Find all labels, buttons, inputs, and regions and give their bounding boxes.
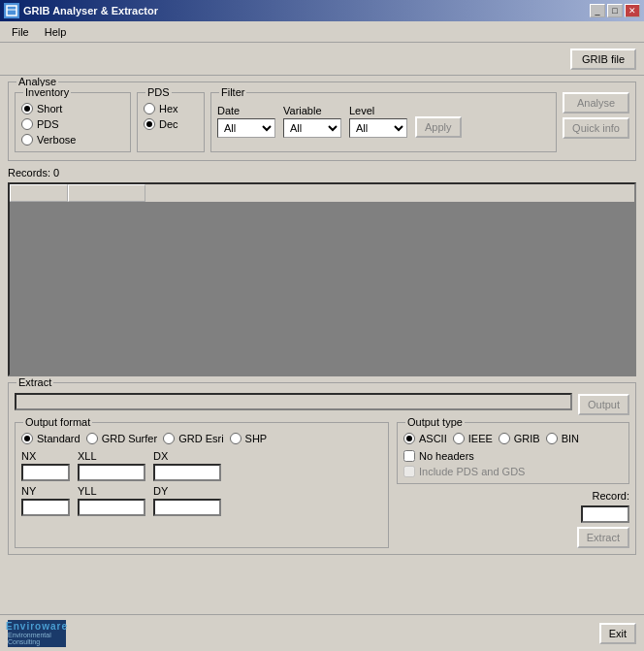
dx-input[interactable] xyxy=(153,464,221,481)
grd-surfer-label: GRD Surfer xyxy=(102,433,157,444)
bin-radio-item[interactable]: BIN xyxy=(546,433,579,444)
analyse-button[interactable]: Analyse xyxy=(563,92,629,114)
pds-radio[interactable] xyxy=(21,118,33,130)
standard-radio[interactable] xyxy=(21,433,33,444)
standard-radio-item[interactable]: Standard xyxy=(21,433,80,444)
xll-input[interactable] xyxy=(78,464,145,481)
include-pds-gds-label: Include PDS and GDS xyxy=(419,466,525,477)
shp-radio-item[interactable]: SHP xyxy=(230,433,268,444)
dy-field-col: DY xyxy=(153,485,221,516)
inventory-group-label: Inventory xyxy=(23,86,71,98)
filter-date-col: Date All xyxy=(217,105,275,138)
hex-label: Hex xyxy=(159,103,178,114)
logo-text: Enviroware xyxy=(6,621,68,632)
short-radio[interactable] xyxy=(21,103,33,114)
yll-label: YLL xyxy=(78,485,145,497)
ny-input[interactable] xyxy=(21,499,70,516)
grib-radio[interactable] xyxy=(499,433,510,444)
output-format-label: Output format xyxy=(23,416,92,428)
nx-input[interactable] xyxy=(21,464,70,481)
analyse-buttons: Analyse Quick info xyxy=(563,92,629,152)
shp-label: SHP xyxy=(245,433,268,444)
pds-radios: Hex Dec xyxy=(144,103,198,130)
apply-button[interactable]: Apply xyxy=(415,116,462,138)
nx-field-col: NX xyxy=(21,450,70,481)
dec-label: Dec xyxy=(159,118,178,130)
inventory-radios: Short PDS Verbose xyxy=(21,103,124,146)
grib-label: GRIB xyxy=(514,433,540,444)
short-radio-item[interactable]: Short xyxy=(21,103,124,114)
standard-label: Standard xyxy=(37,433,80,444)
filter-variable-select[interactable]: All xyxy=(283,118,341,138)
records-header xyxy=(10,184,634,203)
yll-input[interactable] xyxy=(78,499,145,516)
output-format-group: Output format Standard GRD Surfer GRD Es… xyxy=(15,422,389,548)
grd-esri-label: GRD Esri xyxy=(178,433,223,444)
filter-level-select[interactable]: All xyxy=(349,118,407,138)
no-headers-checkbox-item[interactable]: No headers xyxy=(403,450,623,462)
filter-date-select[interactable]: All xyxy=(217,118,275,138)
type-radios: ASCII IEEE GRIB BIN xyxy=(403,433,623,444)
record-label: Record: xyxy=(592,490,629,502)
quick-info-button[interactable]: Quick info xyxy=(563,117,629,139)
maximize-button[interactable]: □ xyxy=(607,4,623,17)
field-group-top: NX XLL DX xyxy=(21,450,382,481)
grib-radio-item[interactable]: GRIB xyxy=(499,433,540,444)
shp-radio[interactable] xyxy=(230,433,242,444)
include-pds-gds-checkbox-item[interactable]: Include PDS and GDS xyxy=(403,466,623,477)
dec-radio-item[interactable]: Dec xyxy=(144,118,198,130)
record-input[interactable] xyxy=(581,505,629,523)
extract-button[interactable]: Extract xyxy=(577,527,629,548)
ascii-radio[interactable] xyxy=(403,433,415,444)
extract-group-label: Extract xyxy=(16,376,53,388)
hex-radio-item[interactable]: Hex xyxy=(144,103,198,114)
logo-area: Enviroware Environmental Consulting xyxy=(8,620,66,647)
dx-label: DX xyxy=(153,450,221,462)
dx-field-col: DX xyxy=(153,450,221,481)
include-pds-gds-checkbox[interactable] xyxy=(403,466,415,477)
dy-input[interactable] xyxy=(153,499,221,516)
bin-radio[interactable] xyxy=(546,433,558,444)
footer: Enviroware Environmental Consulting Exit xyxy=(0,614,644,651)
records-section: Records: 0 xyxy=(8,167,636,376)
title-bar-text: GRIB Analyser & Extractor xyxy=(23,5,158,16)
filter-variable-label: Variable xyxy=(283,105,341,116)
pds-group: PDS Hex Dec xyxy=(137,92,205,152)
toolbar: GRIB file xyxy=(0,43,644,76)
exit-button[interactable]: Exit xyxy=(599,623,636,644)
grd-esri-radio[interactable] xyxy=(163,433,175,444)
verbose-label: Verbose xyxy=(37,134,76,146)
output-button[interactable]: Output xyxy=(578,394,629,415)
xll-label: XLL xyxy=(78,450,145,462)
ieee-radio[interactable] xyxy=(453,433,465,444)
ieee-radio-item[interactable]: IEEE xyxy=(453,433,493,444)
grd-esri-radio-item[interactable]: GRD Esri xyxy=(163,433,223,444)
grib-file-button[interactable]: GRIB file xyxy=(570,49,636,70)
app-icon xyxy=(4,3,19,18)
logo-subtext: Environmental Consulting xyxy=(8,632,66,645)
pds-group-label: PDS xyxy=(145,86,172,98)
nx-label: NX xyxy=(21,450,70,462)
minimize-button[interactable]: _ xyxy=(590,4,605,17)
pds-radio-item[interactable]: PDS xyxy=(21,118,124,130)
close-button[interactable]: ✕ xyxy=(625,4,640,17)
pds-label: PDS xyxy=(37,118,59,130)
ascii-radio-item[interactable]: ASCII xyxy=(403,433,447,444)
title-bar-buttons: _ □ ✕ xyxy=(590,4,640,17)
menu-file[interactable]: File xyxy=(4,24,37,40)
title-bar-left: GRIB Analyser & Extractor xyxy=(4,3,158,18)
no-headers-checkbox[interactable] xyxy=(403,450,415,462)
verbose-radio[interactable] xyxy=(21,134,33,146)
main-content: Analyse Inventory Short PDS Verbo xyxy=(0,76,644,561)
hex-radio[interactable] xyxy=(144,103,155,114)
extract-group: Extract Output Output format Standard GR… xyxy=(8,382,636,555)
verbose-radio-item[interactable]: Verbose xyxy=(21,134,124,146)
records-header-col2 xyxy=(68,184,145,202)
menu-help[interactable]: Help xyxy=(37,24,75,40)
ieee-label: IEEE xyxy=(468,433,493,444)
dec-radio[interactable] xyxy=(144,118,155,130)
dy-label: DY xyxy=(153,485,221,497)
grd-surfer-radio[interactable] xyxy=(86,433,98,444)
grd-surfer-radio-item[interactable]: GRD Surfer xyxy=(86,433,157,444)
records-header-col1 xyxy=(10,184,68,202)
